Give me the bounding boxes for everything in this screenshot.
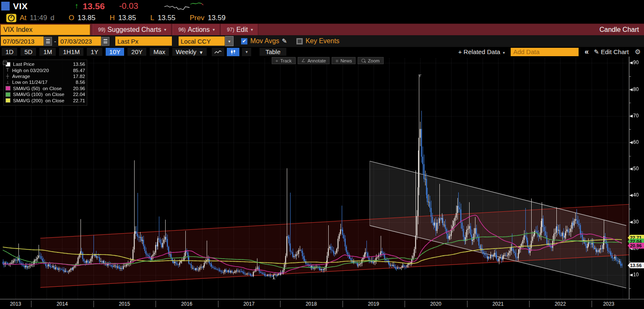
session-header: At 11:49 d O 13.85 H 13.85 L 13.55 Prev …	[0, 12, 644, 23]
mov-avgs-pencil-icon[interactable]: ✎	[282, 37, 287, 45]
period-tab-1m[interactable]: 1M	[39, 48, 56, 56]
y-tick-label: 40	[633, 192, 639, 198]
menu-item-label: Edit	[236, 26, 248, 34]
chart-toolbar: +Track∠Annotate≡NewsZoom	[272, 57, 386, 64]
pencil-icon: ✎	[594, 48, 599, 55]
frequency-dropdown[interactable]: Weekly▼	[172, 48, 207, 56]
menu-item-number: 96)	[178, 27, 185, 33]
chart-controls: - ▾ ✔ Mov Avgs ✎ Key Events	[0, 35, 644, 47]
legend-value: 22.04	[73, 92, 85, 97]
year-separator	[592, 301, 592, 307]
menu-item-label: Actions	[188, 26, 210, 34]
collapse-panel-button[interactable]: «	[584, 47, 589, 56]
chart-tool-track[interactable]: +Track	[272, 57, 296, 64]
year-label: 2017	[243, 301, 254, 307]
legend-item[interactable]: SMAVG (200) on Close22.71	[5, 97, 85, 103]
year-separator	[343, 301, 343, 307]
key-events-checkbox[interactable]	[296, 38, 303, 44]
legend-item[interactable]: SMAVG (100) on Close22.04	[5, 91, 85, 97]
line-chart-button[interactable]	[212, 48, 224, 56]
period-tab-1d[interactable]: 1D	[2, 48, 17, 56]
menu-item-actions[interactable]: 96)Actions▾	[173, 24, 220, 35]
currency-input[interactable]	[179, 36, 225, 46]
legend-item[interactable]: Last Price13.56	[5, 61, 85, 67]
legend-label: SMAVG (50) on Close	[13, 86, 62, 91]
currency-dropdown-button[interactable]: ▾	[225, 36, 234, 46]
legend-collapse-button[interactable]: -	[3, 61, 7, 65]
chart-tool-annotate[interactable]: ∠Annotate	[298, 57, 330, 64]
legend-label: SMAVG (100) on Close	[13, 92, 65, 97]
y-tick-label: 50	[633, 166, 639, 171]
year-label: 2014	[57, 301, 68, 307]
calendar-icon[interactable]	[101, 37, 109, 46]
legend-item[interactable]: ┼Average17.82	[5, 73, 85, 79]
year-label: 2015	[119, 301, 130, 307]
period-tab-1h1m[interactable]: 1H1M	[59, 48, 83, 56]
year-label: 2019	[368, 301, 379, 307]
crosshair-icon: +	[275, 58, 278, 63]
up-arrow-icon: ↑	[75, 2, 78, 10]
menu-item-number: 99)	[98, 27, 105, 33]
period-tab-5d[interactable]: 5D	[21, 48, 36, 56]
chart-area: - Last Price13.56THigh on 03/20/2085.47┼…	[0, 57, 644, 309]
legend-label: Average	[12, 74, 30, 79]
candle-chart-button[interactable]	[227, 48, 239, 56]
chart-tool-news[interactable]: ≡News	[332, 57, 356, 64]
security-input[interactable]: VIX Index	[0, 24, 90, 35]
low-label: L	[150, 14, 154, 22]
y-tick-label: 30	[633, 219, 639, 225]
legend-marker-glyph: T	[5, 68, 10, 73]
chevron-down-icon: ▾	[228, 39, 230, 44]
table-button[interactable]: Table	[260, 48, 286, 56]
menu-item-edit[interactable]: 97)Edit▾	[221, 24, 258, 35]
ticker-symbol: VIX	[13, 1, 28, 11]
chart-legend: - Last Price13.56THigh on 03/20/2085.47┼…	[3, 60, 87, 106]
function-menubar: VIX Index 99)Suggested Charts▾96)Actions…	[0, 23, 644, 35]
chart-tool-zoom[interactable]: Zoom	[358, 57, 383, 64]
legend-item[interactable]: THigh on 03/20/2085.47	[5, 67, 85, 73]
period-toolbar: 1D5D1M1H1M1Y10Y20YMax Weekly▼ ▾ Table + …	[0, 47, 644, 57]
legend-item[interactable]: SMAVG (50) on Close20.96	[5, 86, 85, 91]
edit-chart-button[interactable]: ✎ Edit Chart	[594, 48, 628, 56]
candle-chart-icon	[230, 49, 236, 55]
smavg50-badge: 20.96	[628, 243, 644, 249]
period-tab-max[interactable]: Max	[150, 48, 169, 56]
chart-type-dropdown[interactable]: ▾	[242, 48, 251, 56]
price-header: VIX ↑ 13.56 -0.03	[0, 0, 644, 12]
chart-tool-label: Annotate	[307, 58, 326, 63]
legend-label: Last Price	[13, 62, 34, 67]
security-color-box	[1, 2, 10, 10]
delayed-flag: d	[50, 14, 54, 22]
period-tab-10y[interactable]: 10Y	[106, 48, 125, 56]
add-data-input[interactable]	[511, 48, 579, 56]
legend-value: 8.56	[76, 80, 85, 85]
y-tick-label: 90	[633, 60, 639, 65]
year-separator	[218, 301, 218, 307]
legend-swatch	[5, 98, 10, 103]
gear-icon[interactable]: ⚙	[635, 48, 641, 56]
high-label: H	[110, 14, 115, 22]
mov-avgs-checkbox[interactable]: ✔	[241, 38, 247, 44]
last-price: 13.56	[83, 1, 105, 11]
year-separator	[93, 301, 94, 307]
price-field-input[interactable]	[115, 36, 172, 46]
date-to-input[interactable]	[58, 36, 101, 46]
chevron-down-icon: ▾	[246, 49, 248, 54]
legend-value: 85.47	[73, 68, 85, 73]
date-from-input[interactable]	[1, 36, 44, 46]
menu-item-suggested-charts[interactable]: 99)Suggested Charts▾	[93, 24, 171, 35]
legend-value: 22.71	[73, 98, 85, 103]
year-label: 2023	[603, 301, 614, 307]
period-tab-20y[interactable]: 20Y	[127, 48, 146, 56]
legend-label: SMAVG (200) on Close	[13, 98, 65, 103]
mov-avgs-label: Mov Avgs	[250, 37, 279, 45]
legend-marker-glyph: ⊥	[5, 80, 10, 85]
x-axis: 2013201420152016201720182019202020212022…	[0, 299, 644, 309]
y-tick-label: 70	[633, 113, 639, 119]
related-data-button[interactable]: + Related Data▾	[458, 48, 505, 55]
calendar-icon[interactable]	[44, 37, 52, 46]
legend-item[interactable]: ⊥Low on 11/24/178.56	[5, 79, 85, 85]
candle-chart-canvas[interactable]	[0, 57, 644, 299]
period-tab-1y[interactable]: 1Y	[87, 48, 102, 56]
price-change: -0.03	[119, 1, 138, 11]
